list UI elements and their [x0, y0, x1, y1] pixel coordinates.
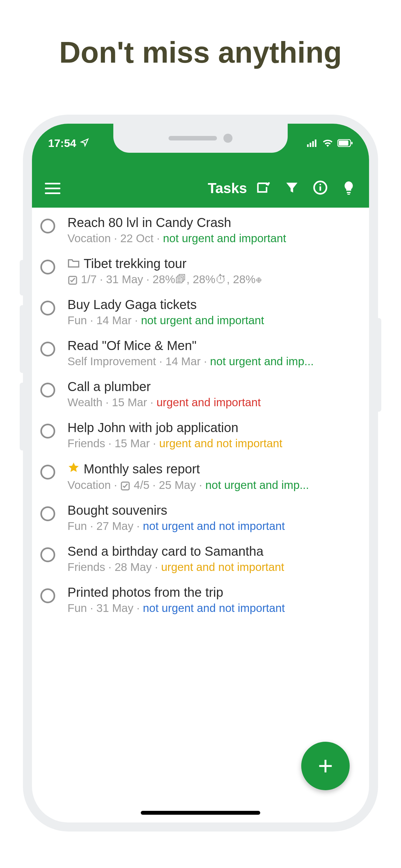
task-list[interactable]: Reach 80 lvl in Candy CrashVocation22 Oc… [32, 208, 369, 620]
phone-power-button [377, 318, 381, 412]
task-title: Reach 80 lvl in Candy Crash [67, 215, 359, 230]
phone-camera [223, 134, 233, 143]
task-body: Buy Lady Gaga ticketsFun14 Marnot urgent… [67, 298, 359, 327]
task-title: Call a plumber [67, 379, 359, 394]
task-row[interactable]: Help John with job applicationFriends15 … [32, 414, 369, 456]
task-checkbox[interactable] [40, 506, 55, 521]
task-title: Printed photos from the trip [67, 585, 359, 600]
home-indicator [141, 811, 260, 815]
task-checkbox[interactable] [40, 465, 55, 479]
task-title: Read "Of Mice & Men" [67, 338, 359, 353]
task-row[interactable]: Monthly sales reportVocation 4/525 Mayno… [32, 456, 369, 497]
task-row[interactable]: Read "Of Mice & Men"Self Improvement14 M… [32, 333, 369, 374]
task-checkbox[interactable] [40, 301, 55, 315]
task-checkbox[interactable] [40, 219, 55, 234]
task-title: Send a birthday card to Samantha [67, 544, 359, 559]
task-row[interactable]: Send a birthday card to SamanthaFriends2… [32, 538, 369, 579]
task-meta: Fun27 Maynot urgent and not important [67, 520, 359, 532]
new-task-icon[interactable] [256, 180, 271, 196]
toolbar-title: Tasks [208, 180, 247, 196]
wifi-icon [322, 137, 333, 150]
task-checkbox[interactable] [40, 342, 55, 356]
folder-icon [67, 256, 80, 271]
phone-side-button [20, 260, 24, 296]
svg-rect-3 [315, 140, 316, 147]
task-meta: Fun14 Marnot urgent and important [67, 314, 359, 327]
checklist-icon [120, 481, 130, 491]
filter-icon[interactable] [284, 180, 299, 196]
task-body: Call a plumberWealth15 Marurgent and imp… [67, 379, 359, 409]
phone-speaker [168, 136, 217, 141]
status-time: 17:54 [48, 137, 76, 150]
marketing-headline: Don't miss anything [0, 35, 401, 69]
task-meta: Vocation22 Octnot urgent and important [67, 232, 359, 245]
task-meta: Fun31 Maynot urgent and not important [67, 601, 359, 615]
task-body: Printed photos from the tripFun31 Maynot… [67, 585, 359, 615]
task-meta: Friends28 Mayurgent and not important [67, 561, 359, 574]
task-meta: 1/731 May28%🗊, 28%⏱, 28%⊕ [67, 273, 359, 286]
task-body: Monthly sales reportVocation 4/525 Mayno… [67, 461, 359, 492]
checklist-icon [67, 275, 78, 285]
battery-icon [337, 137, 353, 150]
task-checkbox[interactable] [40, 547, 55, 562]
svg-rect-6 [351, 142, 352, 144]
task-meta: Self Improvement14 Marnot urgent and imp… [67, 355, 359, 368]
task-title: Bought souvenirs [67, 503, 359, 518]
task-title: Tibet trekking tour [67, 256, 359, 271]
cellular-signal-icon [307, 137, 318, 150]
location-icon [80, 137, 89, 150]
task-body: Help John with job applicationFriends15 … [67, 421, 359, 450]
task-row[interactable]: Tibet trekking tour 1/731 May28%🗊, 28%⏱,… [32, 251, 369, 291]
task-checkbox[interactable] [40, 424, 55, 438]
menu-button[interactable] [45, 183, 60, 194]
task-body: Reach 80 lvl in Candy CrashVocation22 Oc… [67, 215, 359, 245]
svg-rect-2 [312, 141, 314, 147]
task-body: Read "Of Mice & Men"Self Improvement14 M… [67, 338, 359, 368]
info-icon[interactable] [313, 180, 328, 196]
task-title: Buy Lady Gaga tickets [67, 298, 359, 312]
task-meta: Vocation 4/525 Maynot urgent and imp... [67, 478, 359, 492]
task-body: Tibet trekking tour 1/731 May28%🗊, 28%⏱,… [67, 256, 359, 286]
task-meta: Wealth15 Marurgent and important [67, 396, 359, 409]
task-checkbox[interactable] [40, 383, 55, 398]
phone-volume-up [20, 305, 24, 373]
bulb-icon[interactable] [341, 180, 356, 196]
task-row[interactable]: Call a plumberWealth15 Marurgent and imp… [32, 374, 369, 414]
task-row[interactable]: Bought souvenirsFun27 Maynot urgent and … [32, 497, 369, 538]
task-body: Bought souvenirsFun27 Maynot urgent and … [67, 503, 359, 532]
svg-rect-0 [307, 144, 309, 147]
phone-screen: 17:54 [32, 124, 369, 823]
svg-rect-5 [339, 141, 348, 146]
task-body: Send a birthday card to SamanthaFriends2… [67, 544, 359, 574]
task-title: Monthly sales report [67, 461, 359, 476]
phone-frame: 17:54 [23, 115, 378, 832]
task-meta: Friends15 Marurgent and not important [67, 437, 359, 450]
task-title: Help John with job application [67, 421, 359, 435]
toolbar: Tasks [32, 169, 369, 208]
phone-notch [113, 124, 288, 153]
svg-rect-1 [310, 143, 311, 147]
add-task-fab[interactable]: + [301, 742, 350, 790]
star-icon [67, 461, 80, 476]
task-row[interactable]: Reach 80 lvl in Candy CrashVocation22 Oc… [32, 210, 369, 251]
svg-point-9 [320, 184, 321, 185]
task-checkbox[interactable] [40, 588, 55, 603]
task-checkbox[interactable] [40, 259, 55, 275]
task-row[interactable]: Buy Lady Gaga ticketsFun14 Marnot urgent… [32, 291, 369, 333]
phone-volume-down [20, 383, 24, 451]
task-row[interactable]: Printed photos from the tripFun31 Maynot… [32, 579, 369, 620]
